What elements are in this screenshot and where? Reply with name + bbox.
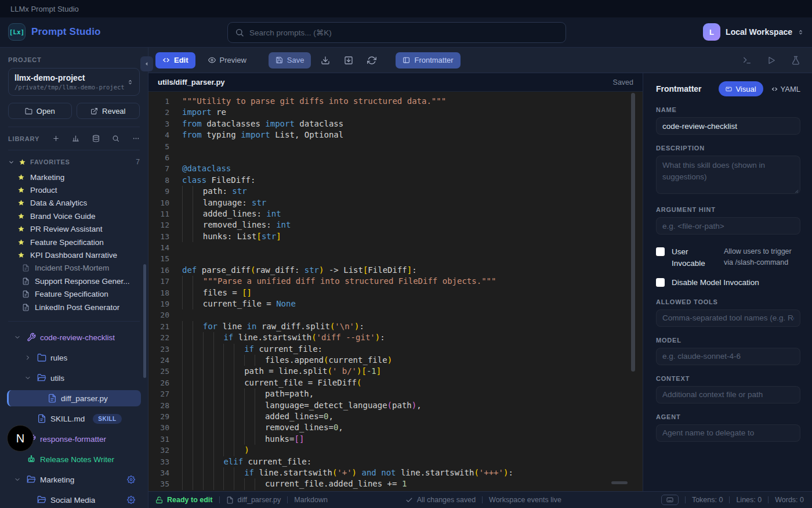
- file-icon: [22, 304, 30, 311]
- code-icon: [771, 86, 778, 92]
- download-button[interactable]: [317, 52, 334, 69]
- chevron-down-icon[interactable]: [24, 374, 37, 381]
- document-label: Support Response Gener...: [35, 277, 130, 286]
- user-invocable-label: User Invocable: [672, 246, 717, 269]
- context-field[interactable]: [656, 386, 800, 403]
- yaml-mode-button[interactable]: YAML: [771, 85, 800, 93]
- favorite-item[interactable]: PR Review Assistant: [8, 223, 140, 236]
- run-icon[interactable]: [767, 56, 776, 65]
- reveal-button-label: Reveal: [102, 107, 125, 116]
- flask-icon[interactable]: [791, 56, 800, 65]
- project-selector[interactable]: llmx-demo-project /private/tmp/llmx-demo…: [8, 68, 140, 96]
- user-invocable-hint: Allow users to trigger via /slash-comman…: [724, 246, 800, 268]
- code-line: current_file = FileDiff(: [182, 377, 643, 388]
- keyboard-shortcuts-button[interactable]: [661, 495, 679, 505]
- code-editor[interactable]: 1234567891011121314151617181920212223242…: [148, 92, 643, 491]
- disable-model-invocation-checkbox[interactable]: [656, 278, 665, 287]
- search-icon[interactable]: [112, 135, 119, 142]
- code-line: hunks=[]: [182, 434, 643, 445]
- argument-hint-field[interactable]: [656, 217, 800, 235]
- edit-tab-label: Edit: [174, 56, 188, 64]
- preview-tab-button[interactable]: Preview: [201, 52, 253, 69]
- frontmatter-toggle-button[interactable]: Frontmatter: [396, 52, 460, 69]
- workspace-switcher[interactable]: L Local Workspace: [703, 23, 804, 41]
- project-section-label: PROJECT: [8, 56, 140, 63]
- allowed-tools-field[interactable]: [656, 309, 800, 327]
- sidebar-scrollbar[interactable]: [143, 264, 146, 378]
- edit-tab-button[interactable]: Edit: [155, 52, 195, 69]
- tree-item-social-media[interactable]: Social Media: [7, 492, 141, 508]
- app-window: LLMx Prompt Studio [Lx] Prompt Studio L …: [0, 0, 812, 508]
- model-field[interactable]: [656, 348, 800, 365]
- import-button[interactable]: [340, 52, 357, 69]
- chevron-down-icon[interactable]: [14, 476, 27, 483]
- favorite-item[interactable]: Feature Specification: [8, 236, 140, 248]
- star-icon: [17, 174, 25, 181]
- favorite-label: Feature Specification: [30, 238, 104, 247]
- tree-item-label: Marketing: [40, 475, 74, 484]
- chevron-down-icon[interactable]: [14, 334, 27, 341]
- search-icon: [235, 28, 244, 37]
- tree-item-utils[interactable]: utils: [7, 370, 141, 386]
- visual-mode-button[interactable]: Visual: [719, 81, 763, 96]
- tree-item-diff-parser-py[interactable]: diff_parser.py: [7, 390, 141, 406]
- user-invocable-checkbox[interactable]: [656, 247, 665, 256]
- document-item[interactable]: Feature Specification: [8, 288, 140, 301]
- code-line: language=_detect_language(path),: [182, 400, 643, 411]
- terminal-icon[interactable]: [742, 56, 752, 65]
- document-item[interactable]: Support Response Gener...: [8, 275, 140, 287]
- favorite-item[interactable]: Product: [8, 183, 140, 196]
- gear-icon[interactable]: [127, 496, 135, 504]
- gear-icon[interactable]: [127, 475, 135, 484]
- library-section-label: LIBRARY: [8, 135, 39, 142]
- favorites-count: 7: [136, 158, 140, 166]
- search-input[interactable]: [249, 28, 559, 37]
- tree-item-code-review-checklist[interactable]: code-review-checklist: [7, 329, 141, 345]
- code-line: [182, 152, 643, 163]
- tree-item-label: response-formatter: [40, 435, 106, 444]
- collapse-sidebar-button[interactable]: [140, 56, 153, 71]
- chevron-right-icon[interactable]: [24, 354, 37, 361]
- tree-item-release-notes-writer[interactable]: Release Notes Writer: [7, 451, 141, 467]
- document-label: Incident Post-Mortem: [35, 264, 109, 272]
- favorite-label: Marketing: [30, 173, 64, 182]
- file-tree: code-review-checklist rules utils diff_p…: [0, 329, 148, 508]
- save-button[interactable]: Save: [269, 52, 311, 69]
- open-project-button[interactable]: Open: [8, 103, 72, 119]
- code-lines[interactable]: """Utility to parse git diffs into struc…: [182, 96, 643, 491]
- divider: [219, 496, 220, 503]
- bar-chart-icon[interactable]: [72, 135, 79, 142]
- database-icon[interactable]: [92, 135, 100, 142]
- tree-item-label: Release Notes Writer: [40, 455, 114, 464]
- dev-overlay-button[interactable]: N: [7, 425, 34, 452]
- editor-vertical-scrollbar[interactable]: [631, 93, 635, 372]
- tree-item-marketing[interactable]: Marketing: [7, 471, 141, 488]
- add-icon[interactable]: [52, 135, 60, 142]
- document-item[interactable]: Incident Post-Mortem: [8, 262, 140, 275]
- status-bar: Ready to edit diff_parser.py Markdown Al…: [148, 491, 812, 508]
- search-box[interactable]: [227, 22, 566, 43]
- chevron-down-icon: [8, 159, 14, 165]
- favorite-item[interactable]: KPI Dashboard Narrative: [8, 248, 140, 261]
- more-options-icon[interactable]: [132, 135, 140, 142]
- favorite-item[interactable]: Data & Analytics: [8, 197, 140, 210]
- line-number: 15: [148, 253, 169, 264]
- external-link-icon: [90, 107, 98, 115]
- tree-item-rules[interactable]: rules: [7, 350, 141, 366]
- description-field[interactable]: [656, 156, 800, 194]
- name-field[interactable]: [656, 117, 800, 135]
- agent-field[interactable]: [656, 424, 800, 442]
- favorite-item[interactable]: Marketing: [8, 171, 140, 183]
- refresh-button[interactable]: [363, 52, 380, 69]
- favorite-item[interactable]: Brand Voice Guide: [8, 210, 140, 222]
- favorites-header[interactable]: FAVORITES 7: [8, 158, 140, 166]
- line-number: 9: [148, 186, 169, 197]
- tree-item-skill-md[interactable]: SKILL.md SKILL: [7, 410, 141, 427]
- open-button-label: Open: [37, 107, 55, 116]
- folder-open-icon: [27, 475, 40, 484]
- reveal-project-button[interactable]: Reveal: [77, 103, 140, 119]
- resize-handle-icon[interactable]: [793, 188, 799, 193]
- editor-horizontal-scrollbar[interactable]: [611, 481, 628, 484]
- file-icon: [22, 290, 30, 298]
- document-item[interactable]: LinkedIn Post Generator: [8, 301, 140, 314]
